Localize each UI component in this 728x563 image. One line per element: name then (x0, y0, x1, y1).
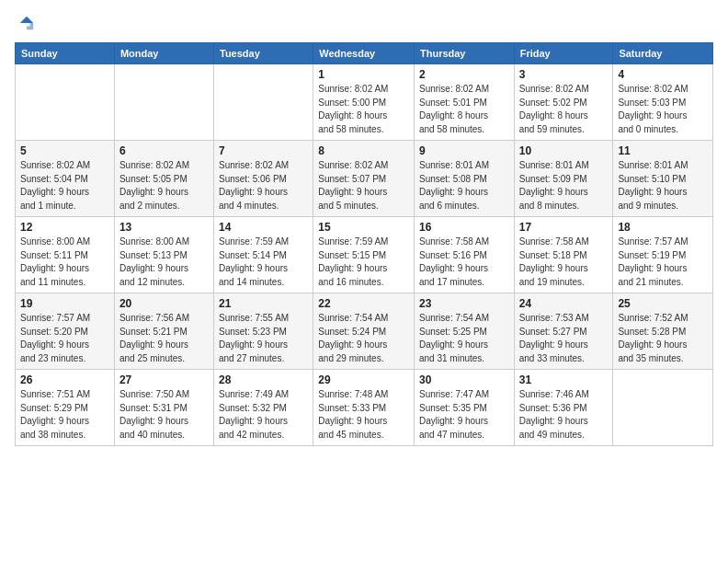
day-info: Sunrise: 7:58 AM Sunset: 5:16 PM Dayligh… (419, 236, 509, 289)
calendar-day-21: 21Sunrise: 7:55 AM Sunset: 5:23 PM Dayli… (214, 293, 313, 370)
logo-icon (18, 15, 35, 31)
calendar-day-16: 16Sunrise: 7:58 AM Sunset: 5:16 PM Dayli… (414, 217, 514, 293)
day-number: 19 (20, 297, 109, 310)
calendar-empty-cell (214, 64, 313, 141)
day-number: 23 (419, 297, 509, 310)
day-info: Sunrise: 8:02 AM Sunset: 5:03 PM Dayligh… (618, 83, 708, 136)
day-number: 18 (618, 221, 708, 234)
day-number: 3 (519, 68, 609, 81)
day-info: Sunrise: 7:54 AM Sunset: 5:25 PM Dayligh… (419, 312, 509, 365)
weekday-header-thursday: Thursday (414, 43, 514, 64)
day-number: 26 (20, 373, 109, 386)
day-number: 28 (219, 373, 308, 386)
day-info: Sunrise: 7:47 AM Sunset: 5:35 PM Dayligh… (419, 388, 509, 442)
weekday-header-tuesday: Tuesday (214, 43, 313, 64)
day-info: Sunrise: 8:02 AM Sunset: 5:05 PM Dayligh… (119, 159, 209, 213)
day-info: Sunrise: 7:57 AM Sunset: 5:20 PM Dayligh… (20, 312, 109, 365)
calendar-day-25: 25Sunrise: 7:52 AM Sunset: 5:28 PM Dayli… (613, 293, 713, 370)
day-info: Sunrise: 7:55 AM Sunset: 5:23 PM Dayligh… (219, 312, 308, 365)
day-info: Sunrise: 8:02 AM Sunset: 5:00 PM Dayligh… (318, 83, 409, 136)
day-number: 16 (419, 221, 509, 234)
day-info: Sunrise: 7:59 AM Sunset: 5:14 PM Dayligh… (219, 236, 308, 289)
calendar-day-2: 2Sunrise: 8:02 AM Sunset: 5:01 PM Daylig… (414, 64, 514, 141)
day-info: Sunrise: 8:00 AM Sunset: 5:11 PM Dayligh… (20, 236, 109, 289)
day-info: Sunrise: 7:58 AM Sunset: 5:18 PM Dayligh… (519, 236, 609, 289)
day-number: 17 (519, 221, 609, 234)
day-number: 11 (618, 144, 708, 157)
day-info: Sunrise: 7:59 AM Sunset: 5:15 PM Dayligh… (318, 236, 409, 289)
weekday-header-sunday: Sunday (16, 43, 115, 64)
calendar-week-row: 12Sunrise: 8:00 AM Sunset: 5:11 PM Dayli… (16, 217, 713, 293)
day-number: 21 (219, 297, 308, 310)
calendar-day-8: 8Sunrise: 8:02 AM Sunset: 5:07 PM Daylig… (313, 141, 415, 217)
day-info: Sunrise: 7:54 AM Sunset: 5:24 PM Dayligh… (318, 312, 409, 365)
calendar-day-3: 3Sunrise: 8:02 AM Sunset: 5:02 PM Daylig… (514, 64, 613, 141)
day-info: Sunrise: 7:52 AM Sunset: 5:28 PM Dayligh… (618, 312, 708, 365)
day-info: Sunrise: 7:49 AM Sunset: 5:32 PM Dayligh… (219, 388, 308, 442)
calendar-week-row: 26Sunrise: 7:51 AM Sunset: 5:29 PM Dayli… (16, 370, 713, 446)
day-info: Sunrise: 8:02 AM Sunset: 5:04 PM Dayligh… (20, 159, 109, 213)
day-info: Sunrise: 8:02 AM Sunset: 5:01 PM Dayligh… (419, 83, 509, 136)
day-info: Sunrise: 8:02 AM Sunset: 5:06 PM Dayligh… (219, 159, 308, 213)
calendar-day-18: 18Sunrise: 7:57 AM Sunset: 5:19 PM Dayli… (613, 217, 713, 293)
day-info: Sunrise: 8:02 AM Sunset: 5:02 PM Dayligh… (519, 83, 609, 136)
day-number: 25 (618, 297, 708, 310)
calendar-day-12: 12Sunrise: 8:00 AM Sunset: 5:11 PM Dayli… (16, 217, 115, 293)
calendar-day-28: 28Sunrise: 7:49 AM Sunset: 5:32 PM Dayli… (214, 370, 313, 446)
day-info: Sunrise: 8:02 AM Sunset: 5:07 PM Dayligh… (318, 159, 409, 213)
calendar-empty-cell (16, 64, 115, 141)
day-number: 6 (119, 144, 209, 157)
day-number: 14 (219, 221, 308, 234)
calendar-day-1: 1Sunrise: 8:02 AM Sunset: 5:00 PM Daylig… (313, 64, 415, 141)
day-number: 27 (119, 373, 209, 386)
calendar-day-20: 20Sunrise: 7:56 AM Sunset: 5:21 PM Dayli… (114, 293, 213, 370)
calendar-day-14: 14Sunrise: 7:59 AM Sunset: 5:14 PM Dayli… (214, 217, 313, 293)
calendar-day-15: 15Sunrise: 7:59 AM Sunset: 5:15 PM Dayli… (313, 217, 415, 293)
calendar-day-17: 17Sunrise: 7:58 AM Sunset: 5:18 PM Dayli… (514, 217, 613, 293)
calendar-day-6: 6Sunrise: 8:02 AM Sunset: 5:05 PM Daylig… (114, 141, 213, 217)
calendar-day-4: 4Sunrise: 8:02 AM Sunset: 5:03 PM Daylig… (613, 64, 713, 141)
weekday-header-wednesday: Wednesday (313, 43, 415, 64)
day-number: 8 (318, 144, 409, 157)
day-number: 5 (20, 144, 109, 157)
calendar-day-30: 30Sunrise: 7:47 AM Sunset: 5:35 PM Dayli… (414, 370, 514, 446)
day-number: 30 (419, 373, 509, 386)
day-info: Sunrise: 7:57 AM Sunset: 5:19 PM Dayligh… (618, 236, 708, 289)
day-info: Sunrise: 7:56 AM Sunset: 5:21 PM Dayligh… (119, 312, 209, 365)
day-number: 20 (119, 297, 209, 310)
calendar-day-22: 22Sunrise: 7:54 AM Sunset: 5:24 PM Dayli… (313, 293, 415, 370)
calendar-day-9: 9Sunrise: 8:01 AM Sunset: 5:08 PM Daylig… (414, 141, 514, 217)
weekday-header-friday: Friday (514, 43, 613, 64)
day-number: 13 (119, 221, 209, 234)
weekday-header-monday: Monday (114, 43, 213, 64)
day-number: 24 (519, 297, 609, 310)
calendar-week-row: 19Sunrise: 7:57 AM Sunset: 5:20 PM Dayli… (16, 293, 713, 370)
calendar-day-5: 5Sunrise: 8:02 AM Sunset: 5:04 PM Daylig… (16, 141, 115, 217)
day-number: 9 (419, 144, 509, 157)
day-number: 1 (318, 68, 409, 81)
calendar-day-11: 11Sunrise: 8:01 AM Sunset: 5:10 PM Dayli… (613, 141, 713, 217)
calendar-table: SundayMondayTuesdayWednesdayThursdayFrid… (15, 42, 713, 446)
day-number: 31 (519, 373, 609, 386)
day-number: 10 (519, 144, 609, 157)
calendar-day-13: 13Sunrise: 8:00 AM Sunset: 5:13 PM Dayli… (114, 217, 213, 293)
day-number: 7 (219, 144, 308, 157)
day-number: 4 (618, 68, 708, 81)
day-number: 29 (318, 373, 409, 386)
calendar-empty-cell (613, 370, 713, 446)
day-info: Sunrise: 7:48 AM Sunset: 5:33 PM Dayligh… (318, 388, 409, 442)
weekday-header-saturday: Saturday (613, 43, 713, 64)
page-header (15, 15, 713, 31)
calendar-day-31: 31Sunrise: 7:46 AM Sunset: 5:36 PM Dayli… (514, 370, 613, 446)
calendar-day-27: 27Sunrise: 7:50 AM Sunset: 5:31 PM Dayli… (114, 370, 213, 446)
calendar-week-row: 5Sunrise: 8:02 AM Sunset: 5:04 PM Daylig… (16, 141, 713, 217)
svg-marker-0 (20, 17, 33, 23)
day-number: 22 (318, 297, 409, 310)
calendar-day-7: 7Sunrise: 8:02 AM Sunset: 5:06 PM Daylig… (214, 141, 313, 217)
day-number: 2 (419, 68, 509, 81)
day-number: 12 (20, 221, 109, 234)
calendar-day-19: 19Sunrise: 7:57 AM Sunset: 5:20 PM Dayli… (16, 293, 115, 370)
day-info: Sunrise: 8:01 AM Sunset: 5:10 PM Dayligh… (618, 159, 708, 213)
day-info: Sunrise: 7:51 AM Sunset: 5:29 PM Dayligh… (20, 388, 109, 442)
calendar-empty-cell (114, 64, 213, 141)
